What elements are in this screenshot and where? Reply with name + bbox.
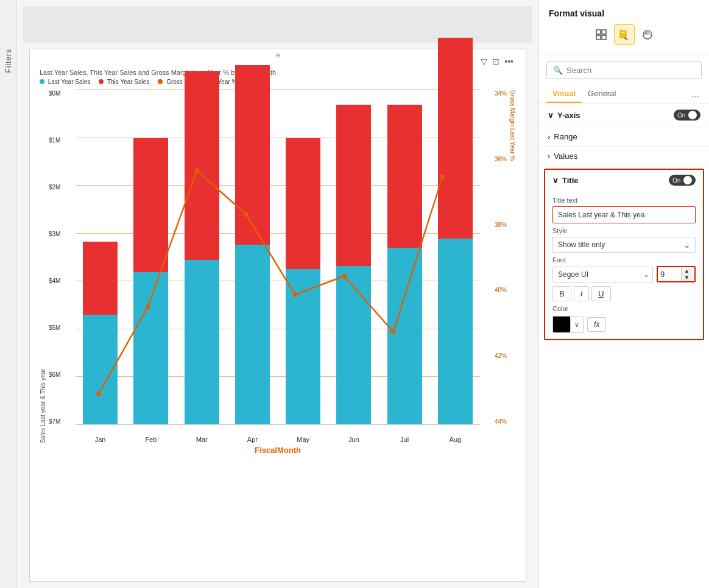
bar-group-jan <box>76 90 125 424</box>
filter-icon[interactable]: ▽ <box>481 57 487 66</box>
bar-blue-mar <box>185 260 219 424</box>
x-axis-title: FiscalMonth <box>40 446 516 455</box>
format-analytics-icon-btn[interactable] <box>637 24 658 45</box>
underline-btn[interactable]: U <box>591 286 610 301</box>
tab-visual[interactable]: Visual <box>546 85 582 103</box>
bar-stack-mar <box>185 71 219 424</box>
bar-blue-jun <box>336 266 371 424</box>
color-swatch <box>553 317 570 332</box>
search-icon: 🔍 <box>553 66 563 75</box>
italic-btn[interactable]: I <box>574 286 590 301</box>
title-toggle[interactable]: On <box>669 175 696 186</box>
bar-stack-jul <box>387 105 422 424</box>
chart-header-bar <box>23 6 532 43</box>
chart-plot-area <box>76 90 480 425</box>
bar-group-jun <box>329 90 378 424</box>
paint-icon <box>619 29 630 40</box>
color-swatch-wrapper[interactable]: ∨ <box>552 316 584 333</box>
bar-red-jan <box>83 242 118 315</box>
legend-dot-thisyear <box>99 79 104 84</box>
font-size-box: ▲ ▼ <box>657 266 696 282</box>
search-input[interactable] <box>566 66 695 75</box>
bar-stack-aug <box>438 38 473 424</box>
title-section: ∨ Title On Title text Style Show title o… <box>544 169 704 340</box>
svg-rect-9 <box>602 30 606 34</box>
bar-stack-jun <box>336 105 371 424</box>
x-label-may: May <box>278 436 328 443</box>
bar-red-aug <box>438 38 473 239</box>
range-subsection-label: › Range <box>548 132 577 141</box>
values-subsection-label: › Values <box>548 152 577 161</box>
nav-tabs: Visual General ... <box>539 85 709 103</box>
legend-dot-lastyear <box>40 79 44 84</box>
tab-general[interactable]: General <box>582 85 622 103</box>
legend-dot-grossmargin <box>158 79 163 84</box>
chevron-right-icon-values: › <box>548 152 550 161</box>
x-label-aug: Aug <box>431 436 480 443</box>
svg-rect-11 <box>602 35 606 40</box>
x-label-mar: Mar <box>177 436 227 443</box>
tab-more-btn[interactable]: ... <box>689 86 702 102</box>
fx-btn[interactable]: fx <box>587 317 606 332</box>
bar-stack-may <box>286 138 320 424</box>
bar-blue-may <box>286 269 320 424</box>
bar-group-may <box>278 90 328 424</box>
chart-body: Sales Last year & This year $7M $6M $5M … <box>40 90 516 443</box>
color-chevron-icon[interactable]: ∨ <box>570 318 583 331</box>
legend-item-lastyear: Last Year Sales <box>40 79 90 85</box>
format-fields-icon-btn[interactable] <box>591 24 612 45</box>
x-axis: Jan Feb Mar Apr May Jun Jul Aug <box>76 436 480 443</box>
analytics-icon <box>642 29 653 40</box>
range-subsection-row[interactable]: › Range <box>539 127 709 147</box>
bold-btn[interactable]: B <box>552 286 571 301</box>
fields-icon <box>596 29 607 40</box>
svg-rect-12 <box>620 30 626 38</box>
y-axis-right-label: Gross Margin Last Year % <box>509 90 516 443</box>
x-label-jan: Jan <box>76 436 125 443</box>
svg-line-14 <box>624 38 627 40</box>
values-subsection-row[interactable]: › Values <box>539 147 709 166</box>
y-axis-right: 44% 42% 40% 38% 36% 34% <box>482 90 507 425</box>
svg-rect-8 <box>596 30 601 34</box>
x-label-feb: Feb <box>126 436 175 443</box>
svg-rect-13 <box>621 32 625 33</box>
title-toggle-circle <box>683 176 692 184</box>
chevron-down-title-icon: ∨ <box>552 176 559 185</box>
x-label-jun: Jun <box>329 436 378 443</box>
panel-top-icons <box>549 24 699 45</box>
title-section-header[interactable]: ∨ Title On <box>545 170 703 191</box>
font-label: Font <box>552 256 696 264</box>
bar-blue-apr <box>235 245 270 424</box>
bar-group-jul <box>380 90 429 424</box>
y-axis-left-label: Sales Last year & This year <box>40 90 46 443</box>
y-axis-left: $7M $6M $5M $4M $3M $2M $1M $0M <box>49 90 73 425</box>
chevron-right-icon: › <box>548 132 550 141</box>
bar-red-may <box>286 138 320 269</box>
format-btns: B I U <box>552 286 696 301</box>
format-paint-icon-btn[interactable] <box>614 24 635 45</box>
font-size-down-btn[interactable]: ▼ <box>682 275 692 281</box>
font-row: Segoe UI Arial Calibri ▲ ▼ <box>552 266 696 282</box>
color-label: Color <box>552 305 696 312</box>
bar-blue-jul <box>387 248 422 424</box>
panel-content: ∨ Y-axis On › Range › Values <box>539 103 709 588</box>
y-axis-section-label: ∨ Y-axis <box>548 111 580 120</box>
bar-blue-feb <box>133 272 168 424</box>
bar-red-jul <box>387 105 422 248</box>
style-dropdown[interactable]: Show title only Show both <box>552 237 696 253</box>
y-axis-toggle[interactable]: On <box>674 110 700 121</box>
font-size-input[interactable] <box>658 267 681 281</box>
font-size-spinners: ▲ ▼ <box>681 268 692 281</box>
chart-area: ≡ ▽ ⊡ ••• Last Year Sales, This Year Sal… <box>17 0 538 588</box>
x-label-jul: Jul <box>380 436 429 443</box>
legend-item-thisyear: This Year Sales <box>99 79 149 85</box>
search-box[interactable]: 🔍 <box>546 61 702 79</box>
bar-stack-apr <box>235 65 270 424</box>
title-text-input[interactable] <box>552 206 696 223</box>
font-size-up-btn[interactable]: ▲ <box>682 268 692 275</box>
y-axis-section-row[interactable]: ∨ Y-axis On <box>539 103 709 127</box>
bar-red-feb <box>133 138 168 272</box>
focus-icon[interactable]: ⊡ <box>492 57 499 66</box>
more-options-icon[interactable]: ••• <box>504 57 513 66</box>
font-dropdown[interactable]: Segoe UI Arial Calibri <box>552 267 653 282</box>
